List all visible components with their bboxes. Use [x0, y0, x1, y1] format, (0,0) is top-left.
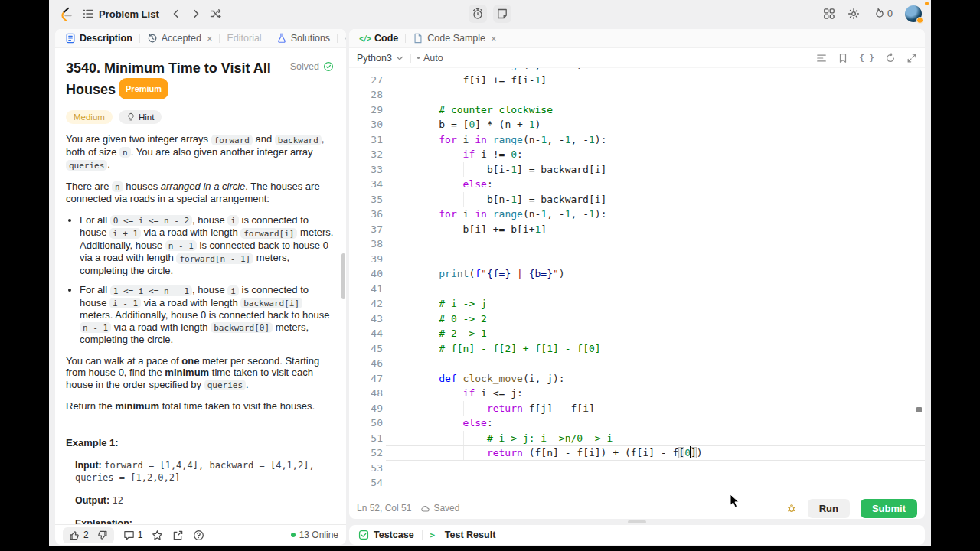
code-line: if i <= j:: [415, 386, 925, 401]
next-problem-button[interactable]: [188, 5, 204, 23]
line-number: 41: [349, 282, 383, 297]
submit-button[interactable]: Submit: [861, 499, 917, 518]
apps-button[interactable]: [823, 8, 835, 20]
flame-icon: [872, 8, 884, 20]
line-number: 53: [349, 461, 383, 476]
thumbs-up-icon: [69, 530, 80, 541]
premium-badge[interactable]: Premium: [119, 78, 168, 100]
share-button[interactable]: [172, 530, 184, 541]
left-panel-scrollbar[interactable]: [341, 253, 345, 299]
code-line: # counter clockwise: [415, 103, 925, 118]
tab-test-result[interactable]: >_ Test Result: [430, 530, 496, 540]
code-line: else:: [415, 177, 925, 192]
reset-code-icon[interactable]: [885, 53, 896, 64]
terminal-icon: >_: [430, 530, 440, 540]
bracket-settings-icon[interactable]: { }: [859, 53, 874, 63]
code-line: if i != 0:: [415, 147, 925, 162]
like-button[interactable]: 2: [69, 530, 89, 541]
favorite-button[interactable]: [152, 530, 163, 541]
code-line: [415, 236, 925, 252]
settings-button[interactable]: [848, 8, 860, 20]
thumbs-down-icon: [96, 530, 108, 541]
close-icon[interactable]: ×: [207, 33, 213, 44]
language-selector[interactable]: Python3: [357, 53, 404, 64]
autocomplete-toggle[interactable]: Auto: [417, 53, 443, 64]
line-numbers: 2728293031323334353637383940414243444546…: [349, 68, 383, 491]
code-line: # 0 -> 2: [415, 311, 925, 327]
difficulty-badge[interactable]: Medium: [66, 110, 113, 124]
tab-testcase[interactable]: Testcase: [358, 530, 414, 540]
avatar[interactable]: [905, 5, 922, 22]
tab-divider: [337, 34, 338, 43]
note-icon: [496, 8, 508, 20]
example-title: Example 1:: [66, 437, 334, 448]
line-number: 40: [349, 266, 383, 282]
line-number: 47: [349, 371, 383, 386]
code-line: f[i] += f[i-1]: [415, 73, 925, 88]
code-line: b[i-1] = backward[i]: [415, 162, 925, 178]
run-button[interactable]: Run: [808, 499, 850, 518]
line-number: 38: [349, 236, 383, 252]
tab-code-sample[interactable]: Code Sample×: [407, 33, 501, 44]
shuffle-icon: [210, 8, 222, 20]
bookmark-icon[interactable]: [838, 53, 848, 64]
paragraph: There are n houses arranged in a circle.…: [66, 181, 334, 205]
line-number: 45: [349, 341, 383, 357]
code-line: [415, 461, 925, 476]
prev-problem-button[interactable]: [168, 5, 184, 23]
solved-status: Solved: [290, 61, 334, 72]
tab-accepted[interactable]: Accepted×: [142, 33, 218, 44]
code-line: return (f[n] - f[i]) + (f[i] - f[0]): [415, 445, 925, 461]
code-line: [415, 356, 925, 371]
panel-resize-handle[interactable]: [349, 519, 925, 525]
tab-submissions[interactable]: Submissions: [339, 33, 346, 44]
chevron-down-icon: [395, 54, 404, 63]
shuffle-button[interactable]: [208, 5, 224, 23]
expand-editor-icon[interactable]: [906, 53, 917, 64]
problem-content: 3540. Minimum Time to Visit All HousesPr…: [55, 48, 346, 524]
code-line: for i in range(n-1, -1, -1):: [415, 132, 925, 148]
share-icon: [172, 530, 184, 541]
code-line: [415, 475, 925, 491]
tab-description[interactable]: Description: [60, 33, 138, 44]
code-line: [415, 87, 925, 103]
chevron-left-icon: [170, 8, 182, 20]
comments-button[interactable]: 1: [123, 530, 143, 541]
line-number: 54: [349, 475, 383, 491]
cloud-icon: [420, 504, 430, 514]
code-line: b[n-1] = backward[i]: [415, 192, 925, 207]
feedback-button[interactable]: [193, 530, 204, 541]
line-number: 48: [349, 386, 383, 401]
list-icon: [82, 8, 94, 20]
example-line: Explanation:: [75, 517, 334, 525]
notes-button[interactable]: [493, 5, 511, 23]
close-icon[interactable]: ×: [491, 33, 497, 44]
workspace: DescriptionAccepted×EditorialSolutionsSu…: [55, 29, 925, 545]
help-icon: [193, 530, 204, 541]
tab-editorial[interactable]: Editorial: [221, 33, 266, 44]
example-line: Output: 12: [75, 494, 334, 507]
line-number: 34: [349, 177, 383, 192]
dislike-button[interactable]: [96, 530, 108, 541]
line-number: 39: [349, 252, 383, 267]
code-line: print(f"{f=} | {b=}"): [415, 266, 925, 282]
tab-solutions[interactable]: Solutions: [271, 33, 335, 44]
problem-list-button[interactable]: Problem List: [77, 5, 164, 23]
line-number: 49: [349, 401, 383, 416]
line-number: 44: [349, 326, 383, 341]
divider: [422, 530, 423, 540]
code-editor[interactable]: 2728293031323334353637383940414243444546…: [349, 68, 925, 497]
description-tabs: DescriptionAccepted×EditorialSolutionsSu…: [55, 29, 346, 48]
tab-code[interactable]: </>Code: [354, 33, 403, 44]
leetcode-logo-icon[interactable]: [58, 6, 73, 22]
code-line: b[i] += b[i+1]: [415, 222, 925, 237]
timer-button[interactable]: [469, 5, 487, 23]
code-line: [415, 282, 925, 297]
debug-icon[interactable]: [786, 503, 797, 514]
streak-count: 0: [887, 8, 893, 19]
code-lines: for i in range(1, n + 1):f[i] += f[i-1]#…: [415, 68, 925, 491]
line-number: 28: [349, 87, 383, 103]
format-code-icon[interactable]: [816, 53, 827, 64]
streak-counter[interactable]: 0: [872, 8, 893, 20]
hint-badge[interactable]: Hint: [119, 110, 162, 124]
